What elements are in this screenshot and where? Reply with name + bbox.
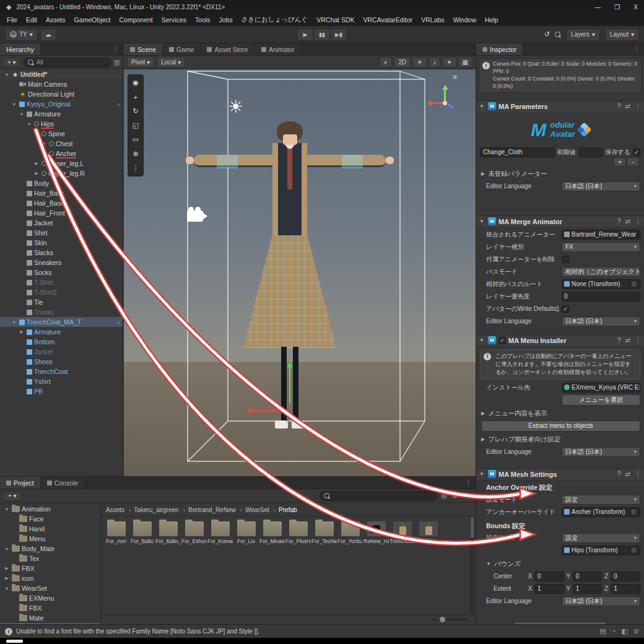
breadcrumb-item[interactable]: Assets: [106, 507, 124, 513]
menu-item[interactable]: Edit: [22, 15, 41, 25]
hierarchy-item[interactable]: Yshirt: [0, 376, 123, 386]
expander-icon[interactable]: ▼: [4, 547, 10, 551]
scene-tool-button[interactable]: ↻: [129, 105, 142, 118]
close-button[interactable]: X: [633, 4, 638, 11]
object-picker-icon[interactable]: ⊙: [638, 231, 640, 238]
expander-icon[interactable]: ▶: [4, 566, 10, 571]
account-button[interactable]: TY ▾: [5, 28, 38, 41]
status-icon[interactable]: ◔: [612, 627, 616, 635]
grid-scrollbar[interactable]: [470, 516, 474, 613]
project-tree-item[interactable]: ▼ WearSet: [0, 583, 100, 593]
project-tab[interactable]: Project: [0, 477, 41, 489]
gizmo-z-axis[interactable]: [447, 103, 455, 109]
hierarchy-item[interactable]: Hair_Base: [0, 198, 123, 208]
presets-icon[interactable]: ⇄: [625, 471, 630, 477]
hierarchy-item[interactable]: T-Shirt2: [0, 287, 123, 297]
expander-icon[interactable]: ▼: [19, 112, 25, 116]
animator-object-field[interactable]: Bartrand_Renew_Wear ⊙: [562, 230, 640, 240]
breadcrumb-item[interactable]: Bertrand_ReNew: [180, 507, 236, 513]
panel-menu-icon[interactable]: ⋮: [108, 43, 123, 55]
menu-item[interactable]: Component: [115, 15, 157, 25]
project-tree-item[interactable]: ▼ Body_Mate: [0, 544, 100, 554]
orientation-gizmo[interactable]: [430, 88, 459, 118]
status-icon[interactable]: ▤: [599, 627, 606, 635]
object-picker-icon[interactable]: ⊙: [629, 508, 638, 515]
handle-rotation-dropdown[interactable]: Local ▾: [157, 57, 185, 67]
center-z-field[interactable]: 0: [611, 572, 640, 581]
component-header[interactable]: ▼ M MA Parameters ? ⇄ ⋮: [476, 100, 644, 113]
scene-tab[interactable]: Animator: [255, 43, 302, 55]
menu-item[interactable]: File: [2, 15, 22, 25]
hierarchy-item[interactable]: ▼ Spine: [0, 129, 123, 139]
thumbnail-zoom-slider[interactable]: [431, 619, 468, 620]
project-tree-item[interactable]: Hand: [0, 524, 100, 534]
layout-dropdown[interactable]: Layout ▾: [605, 28, 639, 41]
expander-icon[interactable]: ▼: [4, 72, 10, 77]
scene-tool-button[interactable]: ▭: [129, 133, 142, 146]
help-icon[interactable]: ?: [617, 337, 621, 344]
menu-item[interactable]: Window: [449, 15, 481, 25]
project-tree-item[interactable]: ▶ FBX: [0, 564, 100, 573]
menu-item[interactable]: Help: [481, 15, 503, 25]
breadcrumb-item[interactable]: WearSet: [237, 507, 269, 513]
asset-item[interactable]: For_Komano: [207, 521, 233, 544]
tab-hierarchy[interactable]: Hierarchy: [0, 43, 41, 55]
hierarchy-item[interactable]: ▼ Hips: [0, 119, 123, 129]
hierarchy-item[interactable]: Sneakers: [0, 258, 123, 268]
expander-icon[interactable]: ▼: [4, 507, 10, 511]
asset-item[interactable]: For_Anri: [103, 521, 129, 544]
presets-icon[interactable]: ⇄: [625, 218, 630, 225]
hierarchy-item[interactable]: Hair_Front: [0, 208, 123, 218]
asset-item[interactable]: For_Yoritu...: [337, 521, 363, 544]
breadcrumb-item[interactable]: Takeru_airgreen: [126, 507, 179, 513]
select-menu-button[interactable]: メニューを選択: [562, 394, 640, 406]
unregistered-params-foldout[interactable]: ▶ 未登録パラメーター: [476, 167, 644, 180]
language-dropdown[interactable]: 日本語 (日本) ▾: [562, 316, 640, 326]
hierarchy-item[interactable]: Directional Light: [0, 89, 123, 99]
hierarchy-item[interactable]: Shirt: [0, 228, 123, 238]
scene-tool-button[interactable]: ⋮: [129, 162, 142, 175]
extract-menu-button[interactable]: Extract menu to objects: [481, 420, 640, 432]
breadcrumb-item[interactable]: Prefab: [271, 507, 297, 513]
maximize-button[interactable]: ❐: [614, 4, 620, 11]
hierarchy-item[interactable]: ▶ Upper_leg.L: [0, 159, 123, 168]
create-object-button[interactable]: + ▾: [2, 58, 21, 67]
object-picker-icon[interactable]: ⊙: [629, 281, 638, 287]
menu-item[interactable]: Jobs: [215, 15, 237, 25]
asset-item[interactable]: TrenchCoa...: [416, 521, 441, 544]
language-dropdown[interactable]: 日本語 (日本) ▾: [562, 447, 640, 457]
move-gizmo-z-handle[interactable]: [290, 416, 294, 420]
move-gizmo-x-arrow[interactable]: [251, 410, 282, 411]
component-menu-icon[interactable]: ⋮: [635, 103, 641, 110]
directional-light-gizmo-icon[interactable]: ☀: [228, 97, 243, 117]
camera-gizmo-icon[interactable]: [187, 211, 203, 222]
relative-root-object-field[interactable]: None (Transform) ⊙: [562, 279, 640, 289]
scene-view-toggle[interactable]: ✦: [442, 57, 456, 67]
component-header[interactable]: ▼ M ✓ MA Menu Installer ? ⇄ ⋮: [476, 334, 644, 347]
minimize-button[interactable]: —: [594, 4, 601, 11]
hierarchy-item[interactable]: ▶ Armature: [0, 327, 123, 337]
project-tree-item[interactable]: ▶ icon: [0, 573, 100, 583]
hierarchy-item[interactable]: ▼ Armature: [0, 109, 123, 119]
extent-z-field[interactable]: 1: [611, 584, 640, 594]
menu-item[interactable]: Services: [157, 15, 191, 25]
bounds-mode-dropdown[interactable]: 設定 ▾: [562, 533, 640, 543]
delete-animator-checkbox[interactable]: [562, 256, 569, 263]
gizmo-y-axis[interactable]: [444, 89, 446, 102]
add-parameter-button[interactable]: +: [614, 157, 626, 167]
search-icon[interactable]: [555, 32, 561, 38]
anchor-mode-dropdown[interactable]: 設定 ▾: [562, 495, 640, 505]
expander-icon[interactable]: ▼: [26, 122, 32, 126]
asset-item[interactable]: For_Eshuran: [181, 521, 207, 544]
asset-item[interactable]: ReNew_Hat: [363, 521, 389, 544]
status-message[interactable]: Unable to find a font file with the spec…: [16, 628, 259, 635]
hierarchy-item[interactable]: TrenchCoat: [0, 367, 123, 376]
path-mode-dropdown[interactable]: 相対的（このオブジェクトからのパスを使用） ▾: [562, 267, 640, 277]
presets-icon[interactable]: ⇄: [625, 337, 630, 344]
gizmo-center[interactable]: [443, 101, 447, 105]
expander-icon[interactable]: ▼: [11, 320, 17, 324]
hierarchy-item[interactable]: Body: [0, 178, 123, 188]
scene-view-toggle[interactable]: ◐: [380, 57, 392, 67]
foldout-icon[interactable]: ▼: [479, 103, 485, 109]
project-filter-icon[interactable]: ★: [463, 492, 469, 500]
